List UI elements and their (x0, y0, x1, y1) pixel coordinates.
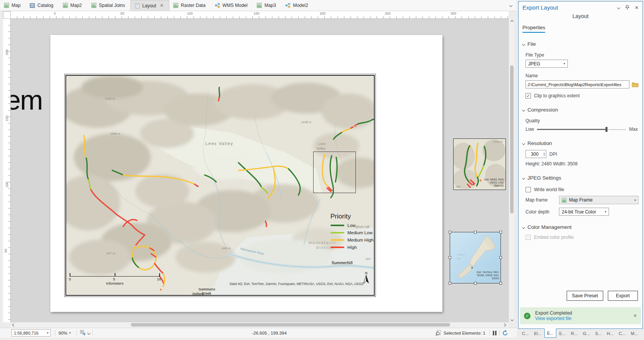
tab-spatial-joins[interactable]: Spatial Joins (87, 0, 130, 11)
scale-bar[interactable]: 0 5 10 Kilometers (70, 273, 160, 285)
pane-menu-chevron-icon[interactable] (617, 6, 620, 9)
view-exported-file-link[interactable]: View exported file (535, 316, 629, 321)
map-scale-combo[interactable]: 1:56,880,716 ▾ (12, 329, 51, 337)
scroll-left-icon[interactable] (11, 322, 17, 328)
pane-tab-active[interactable]: E... (544, 328, 556, 338)
pane-tab[interactable]: R... (569, 329, 580, 338)
pane-tab[interactable]: E... (557, 329, 568, 338)
pause-drawing-button[interactable] (492, 328, 497, 338)
tab-wms-model[interactable]: WMS Model (211, 0, 253, 11)
embed-color-profile-label: Embed color profile (534, 235, 574, 240)
selection-handle[interactable] (449, 282, 451, 285)
layout-canvas[interactable]: em (11, 19, 509, 322)
selected-elements-status[interactable]: Selected Elements: 1 (435, 328, 486, 338)
export-button[interactable]: Export (608, 291, 638, 301)
extent-indicator-rectangle[interactable] (313, 152, 356, 193)
section-jpeg-settings[interactable]: JPEG Settings (522, 175, 642, 181)
selection-handle[interactable] (449, 256, 451, 259)
notification-close-icon[interactable]: ✕ (633, 313, 637, 318)
overview-map-frame-selected[interactable]: s m a n e a Esri, TomTom, FAO, NOAA, USG… (450, 232, 501, 283)
pane-tab[interactable]: G... (581, 329, 592, 338)
pane-close-icon[interactable]: ✕ (635, 5, 639, 10)
checkbox-unchecked[interactable] (526, 187, 531, 192)
scroll-right-icon[interactable] (501, 322, 507, 328)
tab-raster-data[interactable]: Raster Data (169, 0, 211, 11)
inset-map-frame[interactable]: 1043 m 360 Esri, NASA, NGA, USGS, LINZ, … (453, 138, 506, 190)
pane-tab[interactable]: C... (520, 329, 531, 338)
section-color-management[interactable]: Color Management (522, 224, 642, 230)
map-frame-select[interactable]: Map Frame ▾ (559, 196, 639, 204)
application-window: Map Catalog Map2 Spatial Joins Layout ✕ … (0, 0, 644, 340)
dpi-spinner[interactable]: 300 ▴▾ (526, 150, 546, 158)
pin-icon[interactable] (625, 5, 629, 10)
map-frame-label: Map frame (526, 197, 559, 203)
browse-folder-icon[interactable] (632, 82, 639, 87)
overflow-title-text[interactable]: em (11, 84, 42, 116)
pane-tab[interactable]: H... (604, 329, 616, 338)
clip-to-graphics-checkbox-row[interactable]: ✓ Clip to graphics extent (526, 93, 642, 98)
tab-layout-active[interactable]: Layout ✕ (130, 0, 169, 11)
legend-label: HIgh (347, 245, 357, 250)
write-world-file-checkbox-row[interactable]: Write world file (526, 187, 642, 192)
selection-handle[interactable] (499, 231, 502, 233)
refresh-button[interactable] (502, 328, 508, 338)
horizontal-scrollbar-thumb[interactable] (131, 323, 450, 327)
notification-title: Export Completed (535, 310, 629, 316)
scale-bar-unit: Kilometers (70, 281, 160, 285)
map-legend[interactable]: Priority Low Medium Low Medium High (330, 213, 374, 250)
save-preset-button[interactable]: Save Preset (567, 291, 603, 301)
checkbox-checked[interactable]: ✓ (526, 93, 531, 98)
spinner-arrows-icon[interactable]: ▴▾ (544, 152, 546, 156)
ruler-corner-box (3, 11, 11, 19)
file-name-label: Name (526, 73, 642, 78)
vertical-scrollbar-thumb[interactable] (510, 65, 514, 213)
quality-slider[interactable] (537, 127, 626, 132)
horizontal-scrollbar[interactable] (11, 322, 509, 328)
dpi-label: DPI (549, 152, 557, 157)
zoom-level-control[interactable]: 90% ▾ (58, 328, 71, 338)
pane-tab[interactable]: C... (617, 329, 628, 338)
pane-tab[interactable]: M... (629, 329, 640, 338)
pause-icon (492, 330, 497, 336)
section-compression[interactable]: Compression (522, 107, 642, 113)
file-name-input[interactable] (526, 80, 629, 88)
tab-overflow-chevron-icon[interactable] (507, 2, 515, 9)
north-arrow[interactable]: N (362, 271, 370, 285)
vertical-scrollbar[interactable] (509, 19, 514, 322)
pointer-coordinates: -26.605 , 199.394 (231, 328, 308, 338)
h-ruler-label: 250 (385, 12, 390, 15)
selection-handle[interactable] (499, 256, 502, 259)
export-size-text: Height: 2480 Width: 3508 (526, 161, 642, 167)
h-ruler-ticks (11, 16, 509, 18)
checkbox-disabled (526, 235, 531, 240)
tab-label: WMS Model (222, 3, 247, 8)
chevron-down-icon: ▾ (69, 331, 71, 335)
section-file[interactable]: File (522, 41, 642, 47)
tab-map[interactable]: Map (0, 0, 26, 11)
selection-handle[interactable] (499, 282, 502, 285)
color-depth-select[interactable]: 24-bit True Color ▾ (559, 208, 609, 216)
tab-map2[interactable]: Map2 (59, 0, 87, 11)
tab-label: Map2 (70, 3, 82, 8)
pane-title: Export Layout (522, 4, 617, 11)
scroll-down-icon[interactable] (509, 317, 515, 322)
embed-color-profile-checkbox-row: Embed color profile (526, 235, 642, 240)
chevron-down-icon (87, 331, 90, 334)
pane-tab[interactable]: S... (593, 329, 604, 338)
snapping-grid-control[interactable] (80, 328, 90, 338)
tab-map3[interactable]: Map3 (253, 0, 281, 11)
map-frame-element[interactable]: 1936 m 1668 m Lees Valley 1108 m Lees Va… (64, 74, 376, 297)
tab-close-icon[interactable]: ✕ (160, 3, 164, 8)
tab-catalog[interactable]: Catalog (26, 0, 58, 11)
scroll-up-icon[interactable] (509, 19, 515, 24)
tab-properties[interactable]: Properties (522, 25, 545, 33)
file-type-select[interactable]: JPEG ▾ (526, 60, 568, 68)
section-resolution[interactable]: Resolution (522, 140, 642, 146)
selection-handle[interactable] (474, 231, 477, 233)
selection-handle[interactable] (474, 282, 477, 285)
chevron-down-icon (522, 176, 525, 179)
pane-tab[interactable]: El... (532, 329, 544, 338)
tab-model2[interactable]: Model2 (281, 0, 313, 11)
selection-handle[interactable] (449, 231, 451, 233)
slider-handle[interactable] (606, 127, 607, 132)
